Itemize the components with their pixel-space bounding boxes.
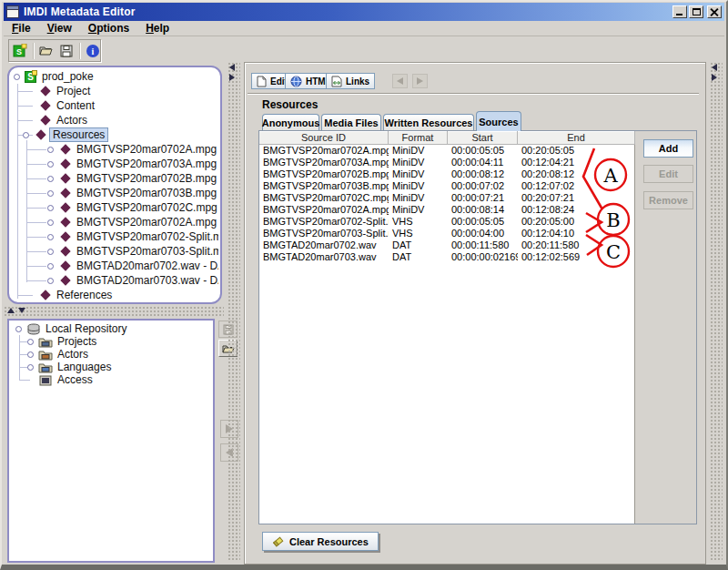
tab-sources[interactable]: Sources xyxy=(476,111,521,131)
button-label: Clear Resources xyxy=(289,536,369,547)
collapse-down-icon[interactable] xyxy=(18,308,25,313)
globe-icon xyxy=(290,76,302,87)
tab-written-resources[interactable]: Written Resources xyxy=(383,114,474,131)
tree-item-project[interactable]: Project xyxy=(11,84,218,98)
tree-item-resource-file[interactable]: BMGTVSP20mar0703B.mpg - MiniDV xyxy=(11,186,218,200)
expand-handle-icon[interactable] xyxy=(47,234,54,240)
collapse-left-icon[interactable] xyxy=(712,64,717,71)
tree-item-resource-file[interactable]: BMGTAD20mar0702.wav - DAT xyxy=(11,259,218,273)
add-button[interactable]: Add xyxy=(643,139,693,158)
tree-item-projects[interactable]: Projects xyxy=(11,335,211,348)
tab-media-files[interactable]: Media Files xyxy=(321,114,381,131)
tree-item-session-root[interactable]: S prod_poke xyxy=(11,69,218,84)
table-row[interactable]: BMGTVSP20mar0702-Split.mpg VHS 00:00:05:… xyxy=(259,216,634,228)
expand-handle-icon[interactable] xyxy=(27,339,34,345)
expand-handle-icon[interactable] xyxy=(27,364,34,371)
table-row[interactable]: BMGTVSP20mar0702B.mpg MiniDV 00:00:08:12… xyxy=(259,168,634,180)
collapse-right-icon[interactable] xyxy=(229,74,235,81)
column-header-source-id[interactable]: Source ID xyxy=(259,131,389,145)
cell-start: 00:00:07:02 xyxy=(448,180,518,192)
clear-resources-button[interactable]: Clear Resources xyxy=(262,532,379,551)
tree-item-label: Actors xyxy=(57,348,88,361)
cell-source-id: BMGTVSP20mar0702C.mpg xyxy=(259,192,389,204)
table-row[interactable]: BMGTAD20mar0703.wav DAT 00:00:00:02169 0… xyxy=(259,251,634,263)
tree-item-local-repository[interactable]: Local Repository xyxy=(11,322,211,335)
tree-item-resource-file[interactable]: BMGTVSP20mar0702B.mpg - MiniDV xyxy=(11,171,218,186)
cell-source-id: BMGTAD20mar0703.wav xyxy=(259,251,389,263)
horizontal-splitter[interactable] xyxy=(4,306,224,317)
expand-handle-icon[interactable] xyxy=(47,147,54,153)
tree-item-label: Content xyxy=(56,99,95,112)
tab-label: Sources xyxy=(479,117,518,127)
column-header-start[interactable]: Start xyxy=(448,131,518,145)
edit-button[interactable]: Edit xyxy=(643,165,693,183)
table-row[interactable]: BMGTVSP20mar0702A.mpg MiniDV 00:00:05:05… xyxy=(259,145,634,157)
expand-handle-icon[interactable] xyxy=(47,205,54,211)
links-toggle-button[interactable]: Links xyxy=(326,73,375,89)
column-header-format[interactable]: Format xyxy=(389,131,448,145)
menu-help[interactable]: Help xyxy=(137,22,177,35)
menu-file[interactable]: File xyxy=(4,22,39,35)
expand-handle-icon[interactable] xyxy=(47,263,54,270)
tree-item-resource-file[interactable]: BMGTVSP20mar0702C.mpg - MiniDV xyxy=(11,200,218,215)
tree-item-languages[interactable]: Languages xyxy=(11,361,211,373)
tab-anonymous[interactable]: Anonymous xyxy=(262,114,319,131)
collapse-left-icon[interactable] xyxy=(229,64,235,71)
cell-start: 00:00:08:14 xyxy=(448,204,518,216)
expand-handle-icon[interactable] xyxy=(27,351,34,358)
maximize-icon[interactable] xyxy=(689,5,703,18)
expand-handle-icon[interactable] xyxy=(47,278,54,284)
tree-item-actors[interactable]: Actors xyxy=(11,113,218,127)
forward-button[interactable] xyxy=(412,74,428,88)
expand-handle-icon[interactable] xyxy=(15,326,22,332)
main-splitter[interactable] xyxy=(228,62,240,561)
sources-table[interactable]: Source ID Format Start End BMGTVSP20mar0… xyxy=(259,131,635,524)
collapse-up-icon[interactable] xyxy=(7,308,15,313)
expand-handle-icon[interactable] xyxy=(47,161,54,168)
tree-item-content[interactable]: Content xyxy=(11,98,218,113)
tree-item-resource-file[interactable]: BMGTVSP20mar0703-Split.mpg - VHS xyxy=(11,244,218,259)
expand-handle-icon[interactable] xyxy=(47,190,54,197)
close-icon[interactable] xyxy=(707,5,722,18)
app-icon xyxy=(6,5,19,18)
tree-item-actors[interactable]: Actors xyxy=(11,348,211,361)
diamond-icon xyxy=(40,290,50,300)
table-row[interactable]: BMGTVSP20mar0703B.mpg MiniDV 00:00:07:02… xyxy=(259,180,634,192)
expand-handle-icon[interactable] xyxy=(47,249,54,255)
tree-item-references[interactable]: References xyxy=(11,288,218,300)
tree-item-resources-selected[interactable]: Resources xyxy=(11,127,218,142)
table-row[interactable]: BMGTVSP20mar0702A.mpg MiniDV 00:00:08:14… xyxy=(259,204,634,216)
cell-source-id: BMGTVSP20mar0703B.mpg xyxy=(259,180,389,192)
expand-handle-icon[interactable] xyxy=(47,176,54,182)
save-icon[interactable] xyxy=(59,44,74,58)
menu-options[interactable]: Options xyxy=(80,22,137,35)
tree-item-resource-file[interactable]: BMGTVSP20mar0702-Split.mpg - VHS xyxy=(11,229,218,244)
table-row[interactable]: BMGTAD20mar0702.wav DAT 00:00:11:580 00:… xyxy=(259,239,634,251)
info-icon[interactable]: i xyxy=(86,44,100,58)
diamond-icon xyxy=(40,100,50,110)
back-button[interactable] xyxy=(392,74,408,88)
tree-item-label: BMGTAD20mar0703.wav - DAT xyxy=(76,274,218,287)
page-icon xyxy=(257,76,267,87)
table-row[interactable]: BMGTVSP20mar0702C.mpg MiniDV 00:00:07:21… xyxy=(259,192,634,204)
cell-end: 00:12:04:21 xyxy=(518,157,635,168)
table-row[interactable]: BMGTVSP20mar0703-Split.mpg VHS 00:00:04:… xyxy=(259,228,634,239)
tree-item-resource-file[interactable]: BMGTVSP20mar0702A.mpg - MiniDV xyxy=(11,215,218,229)
menu-view[interactable]: View xyxy=(39,22,80,35)
remove-button[interactable]: Remove xyxy=(643,191,693,209)
tree-item-resource-file[interactable]: BMGTVSP20mar0703A.mpg - MiniDV xyxy=(11,157,218,171)
minimize-icon[interactable] xyxy=(672,5,687,18)
expand-handle-icon[interactable] xyxy=(47,219,54,226)
expand-handle-icon[interactable] xyxy=(23,132,29,138)
new-session-icon[interactable]: S xyxy=(13,44,27,58)
collapse-right-icon[interactable] xyxy=(712,74,717,81)
tree-item-resource-file[interactable]: BMGTVSP20mar0702A.mpg - MiniDV xyxy=(11,142,218,157)
right-splitter[interactable] xyxy=(710,62,723,561)
expand-handle-icon[interactable] xyxy=(14,74,20,80)
open-folder-icon[interactable] xyxy=(39,44,54,58)
column-header-end[interactable]: End xyxy=(518,131,635,145)
table-row[interactable]: BMGTVSP20mar0703A.mpg MiniDV 00:00:04:11… xyxy=(259,157,634,168)
diamond-icon xyxy=(60,217,70,227)
tree-item-access[interactable]: Access xyxy=(11,373,211,386)
tree-item-resource-file[interactable]: BMGTAD20mar0703.wav - DAT xyxy=(11,273,218,288)
